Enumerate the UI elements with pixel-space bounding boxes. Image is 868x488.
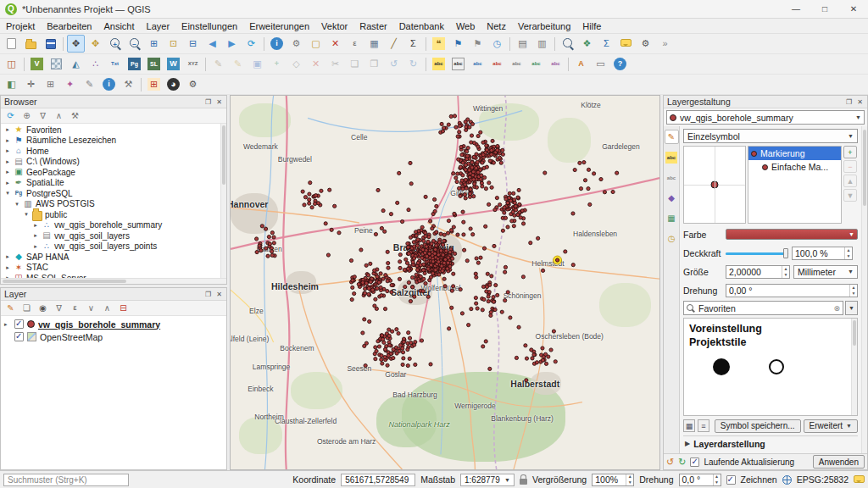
show-layout-manager-button[interactable]: ▥ — [533, 35, 551, 53]
map-rotation-spinbox[interactable]: 0,0 ° ▲▼ — [679, 474, 721, 486]
browser-item-vw-qgis-soil-layers[interactable]: ▸▤vw_qgis_soil_layers — [1, 230, 220, 241]
delete-selected-button[interactable]: ✕ — [307, 55, 325, 73]
new-text-annotation-button[interactable]: A — [572, 55, 590, 73]
size-spinbox[interactable]: 2,00000 ▲▼ — [726, 265, 790, 279]
open-attribute-table-button[interactable]: ▦ — [365, 35, 383, 53]
crs-status-button[interactable]: EPSG:25832 — [797, 474, 849, 485]
style-item-dot[interactable] — [713, 358, 730, 375]
run-feature-action-button[interactable]: ⚙ — [287, 35, 305, 53]
style-search-input[interactable]: Favoriten ⊗ — [683, 301, 843, 315]
temporal-controller-button[interactable]: ◷ — [488, 35, 506, 53]
opacity-slider[interactable] — [726, 247, 788, 259]
browser-item-favoriten[interactable]: ▸★Favoriten — [1, 125, 220, 136]
list-view-button[interactable]: ≡ — [698, 419, 709, 432]
browser-item-public[interactable]: ▾public — [1, 209, 220, 220]
change-label-button[interactable]: abc — [547, 55, 565, 73]
save-symbol-button[interactable]: Symbol speichern... — [715, 419, 801, 433]
menu-bearbeiten[interactable]: Bearbeiten — [41, 19, 97, 34]
annotations-toolbar-button[interactable]: ✎ — [81, 75, 98, 93]
current-edits-button[interactable]: ✎ — [209, 55, 227, 73]
zoom-to-selection-button[interactable]: ⊡ — [164, 35, 182, 53]
tab-3d-view[interactable]: ◆ — [665, 191, 679, 205]
menu-einstellungen[interactable]: Einstellungen — [175, 19, 243, 34]
tab-symbology[interactable]: ✎ — [665, 130, 679, 144]
menu-hilfe[interactable]: Hilfe — [576, 19, 607, 34]
browser-item-stac[interactable]: ▸✶STAC — [1, 263, 220, 274]
browser-item-postgresql[interactable]: ▾PgPostgreSQL — [1, 188, 220, 199]
add-spatialite-layer-button[interactable]: SL — [145, 55, 163, 73]
zoom-to-layer-button[interactable]: ⊟ — [184, 35, 202, 53]
paste-features-button[interactable]: ❐ — [365, 55, 383, 73]
slider-handle[interactable] — [783, 248, 788, 258]
messages-button[interactable] — [617, 35, 635, 53]
browser-refresh-button[interactable]: ⟳ — [3, 109, 18, 123]
menu-netz[interactable]: Netz — [481, 19, 512, 34]
color-button[interactable]: ▼ — [726, 229, 858, 240]
locator-button[interactable] — [559, 35, 576, 53]
browser-item-spatialite[interactable]: ▸✒SpatiaLite — [1, 178, 220, 189]
add-delimited-text-layer-button[interactable]: Txt — [106, 55, 124, 73]
expand-all-button[interactable]: ∨ — [84, 302, 98, 315]
new-project-button[interactable] — [3, 35, 20, 53]
style-filter-dropdown[interactable]: ▼ — [845, 301, 858, 315]
data-source-manager-button[interactable]: ◫ — [3, 55, 20, 73]
add-point-cloud-layer-button[interactable]: ∴ — [86, 55, 104, 73]
options-button[interactable]: ⚙ — [637, 35, 654, 53]
symbol-tree-item-simple-marker[interactable]: Einfache Ma... — [748, 160, 841, 174]
rotation-spinbox[interactable]: 0,00 ° ▲▼ — [726, 284, 858, 297]
help-contents-button[interactable]: ? — [611, 55, 629, 73]
browser-item-r-umliche-lesezeichen[interactable]: ▸⚑Räumliche Lesezeichen — [1, 136, 220, 147]
zoom-in-button[interactable]: + — [106, 35, 124, 53]
scale-select[interactable]: 1:628779▼ — [460, 474, 515, 486]
add-vector-layer-button[interactable]: V — [28, 55, 46, 73]
measure-line-button[interactable]: ╱ — [385, 35, 403, 53]
add-group-button[interactable]: ❏ — [19, 302, 34, 315]
menu-vektor[interactable]: Vektor — [315, 19, 353, 34]
processing-toolbox-button[interactable]: ⊞ — [145, 75, 163, 93]
browser-item-geopackage[interactable]: ▸▣GeoPackage — [1, 167, 220, 178]
highlight-labels-button[interactable]: abc — [488, 55, 506, 73]
layer-visibility-checkbox[interactable] — [14, 332, 24, 341]
browser-item-vw-qgis-soil-layers-points[interactable]: ▸∴vw_qgis_soil_layers_points — [1, 241, 220, 252]
zoom-full-button[interactable]: ⊞ — [145, 35, 163, 53]
select-by-expression-button[interactable]: ε — [346, 35, 364, 53]
styling-close-button[interactable]: ✕ — [854, 97, 865, 108]
collapse-all-button[interactable]: ∧ — [100, 302, 114, 315]
toolbar-overflow-button[interactable]: » — [656, 35, 674, 53]
save-project-button[interactable] — [42, 35, 59, 53]
plugins-button[interactable]: ❖ — [578, 35, 596, 53]
browser-vertical-scrollbar[interactable] — [220, 124, 226, 278]
settings-button[interactable]: ⚙ — [184, 75, 202, 93]
spin-arrows[interactable]: ▲▼ — [849, 285, 857, 297]
layer-item-openstreetmap[interactable]: OpenStreetMap — [1, 330, 226, 343]
filter-legend-button[interactable]: ∇ — [52, 302, 66, 315]
new-spatial-bookmark-button[interactable]: ⚑ — [449, 35, 467, 53]
browser-item-sap-hana[interactable]: ▸◆SAP HANA — [1, 252, 220, 263]
layers-float-button[interactable]: ❐ — [203, 289, 214, 300]
pan-to-selection-button[interactable]: ✥ — [86, 35, 104, 53]
add-grid-button[interactable]: ⊞ — [42, 75, 59, 93]
move-label-button[interactable]: abc — [508, 55, 526, 73]
styling-float-button[interactable]: ❐ — [843, 97, 854, 108]
styling-scrollbar[interactable] — [861, 126, 867, 453]
statistical-summary-button[interactable]: Σ — [404, 35, 422, 53]
layers-close-button[interactable]: ✕ — [214, 289, 225, 300]
undo-button[interactable]: ↺ — [385, 55, 403, 73]
decorations-button[interactable]: ✦ — [61, 75, 79, 93]
pan-map-button[interactable]: ✥ — [67, 35, 85, 53]
advanced-button[interactable]: Erweitert▼ — [804, 419, 858, 433]
clear-search-icon[interactable]: ⊗ — [833, 304, 840, 313]
magnifier-spinbox[interactable]: 100% ▲▼ — [592, 474, 634, 486]
tab-labels[interactable]: abc — [665, 150, 679, 164]
browser-item-c-windows[interactable]: ▸▤C:\ (Windows) — [1, 157, 220, 168]
layer-labeling-single-button[interactable]: abc — [449, 55, 467, 73]
browser-item-home[interactable]: ▸⌂Home — [1, 146, 220, 157]
symbol-layer-up-button[interactable]: ▲ — [843, 175, 857, 187]
new-print-layout-button[interactable]: ▤ — [514, 35, 531, 53]
menu-raster[interactable]: Raster — [353, 19, 392, 34]
open-layer-styling-panel-button[interactable]: ✎ — [3, 302, 18, 315]
zoom-out-button[interactable]: − — [125, 35, 143, 53]
add-wms-layer-button[interactable]: W — [164, 55, 182, 73]
filter-legend-expression-button[interactable]: ε — [68, 302, 82, 315]
identify-features-button[interactable]: i — [268, 35, 286, 53]
